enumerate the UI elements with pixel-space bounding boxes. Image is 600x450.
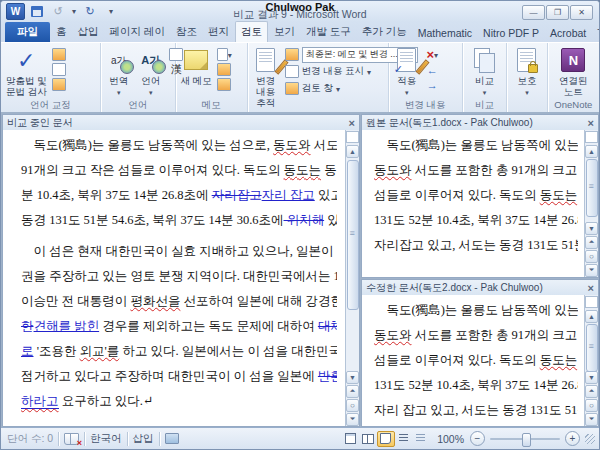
translate-icon [106, 47, 132, 73]
revised-pane-body[interactable]: 독도(獨島)는 울릉도 남동쪽에 있는 섬으로,동도와 서도를 포함한 총 91… [362, 295, 584, 426]
fullscreen-reading-view-button[interactable] [360, 432, 376, 446]
original-pane-header: 원본 문서(독도1.docx - Pak Chulwoo) [362, 115, 598, 131]
linked-notes-button[interactable]: N 연결된 노트 [556, 46, 591, 98]
delete-comment-button[interactable] [217, 48, 232, 61]
web-layout-view-button[interactable] [377, 431, 395, 447]
next-change-button[interactable] [425, 78, 440, 91]
status-right: 100% − + [342, 431, 599, 447]
deleted-text: 대체적으로 [318, 319, 337, 333]
scroll-up-button[interactable] [346, 145, 359, 158]
close-icon[interactable] [588, 117, 594, 129]
zoom-out-button[interactable]: − [470, 431, 485, 446]
word-window: W Chulwoo Pak 비교 결과 9 - Microsoft Word —… [0, 0, 600, 450]
previous-comment-icon [217, 63, 231, 76]
ribbon-tab-row: 파일홈삽입페이지 레이참조편지검토보기개발 도구추가 기능MathematicN… [1, 22, 599, 42]
tab-참조[interactable]: 참조 [171, 22, 202, 42]
outline-view-button[interactable] [396, 432, 412, 446]
word-count[interactable]: 단어 수: 0 [7, 432, 53, 446]
tab-삽입[interactable]: 삽입 [73, 22, 104, 42]
tab-파일[interactable]: 파일 [5, 22, 50, 42]
paragraph: 독도(獨島)는 울릉도 남동쪽에 있는 섬으로, 동도와 서도를 포함한 총91… [21, 133, 337, 233]
macro-record-icon[interactable] [165, 433, 179, 444]
zoom-slider-track[interactable] [490, 438, 560, 440]
restore-button[interactable]: ❐ [546, 5, 569, 20]
scroll-thumb[interactable] [347, 160, 359, 310]
previous-page-button[interactable] [585, 385, 598, 398]
compared-pane-body[interactable]: 독도(獨島)는 울릉도 남동쪽에 있는 섬으로, 동도와 서도를 포함한 총91… [3, 130, 345, 426]
doc-line: 91개의 크고 작은 섬들로 이루어져 있다. 독도의 동도는 동경 131도 … [21, 158, 337, 183]
close-button[interactable]: ✕ [570, 5, 593, 20]
spellcheck-status-icon[interactable] [64, 433, 79, 445]
track-changes-button[interactable]: 변경 내용 추적 ▾ [250, 46, 282, 121]
globe-icon [152, 60, 166, 74]
next-page-button[interactable] [585, 264, 598, 277]
language-status[interactable]: 한국어 [90, 432, 122, 446]
title-bar: W Chulwoo Pak 비교 결과 9 - Microsoft Word —… [1, 1, 599, 22]
next-page-button[interactable] [585, 413, 598, 426]
doc-line: 동경 131도 51분 54.6초, 북위 37도 14분 30.6초에 위치해… [21, 208, 337, 233]
select-browse-object-button[interactable] [585, 250, 598, 263]
select-browse-object-button[interactable] [346, 399, 359, 412]
thesaurus-button[interactable] [52, 63, 67, 76]
accept-button[interactable]: 적용 ▾ [391, 46, 423, 99]
zoom-level[interactable]: 100% [437, 433, 464, 445]
previous-comment-button[interactable] [217, 63, 232, 76]
tab-Nitro PDF P[interactable]: Nitro PDF P [478, 24, 544, 42]
compare-button[interactable]: 비교 ▾ [468, 46, 500, 99]
spelling-grammar-button[interactable]: 맞춤법 및 문법 검사 [3, 46, 50, 98]
scroll-down-button[interactable] [585, 371, 598, 384]
draft-icon [416, 434, 425, 443]
insert-mode-status[interactable]: 삽입 [133, 432, 154, 446]
doc-line: 섬들로 이루어져 있다. 독도의 동도는 동경 [374, 183, 578, 208]
print-layout-view-button[interactable] [343, 432, 359, 446]
scroll-thumb[interactable] [586, 324, 598, 372]
tab-추가 기능[interactable]: 추가 기능 [357, 22, 412, 42]
new-comment-button[interactable]: 새 메모 [178, 46, 215, 87]
ruler-toggle-icon[interactable] [346, 131, 359, 143]
scroll-up-button[interactable] [585, 310, 598, 323]
text-run: 동경 131도 52 [321, 163, 337, 177]
tab-보기[interactable]: 보기 [269, 22, 300, 42]
original-pane-body[interactable]: 독도(獨島)는 울릉도 남동쪽에 있는 섬으로,동도와 서도를 포함한 총 91… [362, 130, 584, 277]
close-icon[interactable] [588, 282, 594, 294]
previous-page-button[interactable] [346, 385, 359, 398]
scroll-down-button[interactable] [585, 222, 598, 235]
scroll-up-button[interactable] [585, 145, 598, 158]
previous-page-button[interactable] [585, 236, 598, 249]
text-run: 동경 131도 51분 54.6초, 북위 37도 14분 30.6초에 [21, 213, 284, 227]
zoom-in-button[interactable]: + [565, 431, 580, 446]
text-run: 서도를 포함한 총 [311, 138, 337, 152]
tab-개발 도구[interactable]: 개발 도구 [301, 22, 356, 42]
scroll-thumb[interactable] [586, 159, 598, 217]
tab-페이지 레이[interactable]: 페이지 레이 [105, 22, 170, 42]
tab-Acrobat[interactable]: Acrobat [545, 24, 591, 42]
scroll-track[interactable] [585, 158, 598, 221]
tab-홈[interactable]: 홈 [51, 22, 72, 42]
scroll-down-button[interactable] [346, 371, 359, 384]
translate-button[interactable]: 번역 ▾ [103, 46, 135, 99]
zoom-slider-thumb[interactable] [522, 433, 531, 447]
paragraph: 독도(獨島)는 울릉도 남동쪽에 있는 섬으로,동도와 서도를 포함한 총 91… [374, 133, 578, 258]
next-comment-button[interactable] [217, 78, 232, 91]
reject-button[interactable] [425, 48, 440, 61]
select-browse-object-button[interactable] [585, 399, 598, 412]
close-icon[interactable] [349, 117, 355, 129]
group-changes: 적용 ▾ 변경 내용 [389, 43, 463, 112]
text-run: 선포하여 일본에 대해 강경한 [180, 294, 337, 308]
protect-button[interactable]: 보호 ▾ [511, 46, 543, 99]
scroll-track[interactable] [585, 323, 598, 370]
resize-grip[interactable] [585, 434, 595, 444]
minimize-button[interactable]: — [522, 5, 545, 20]
research-button[interactable] [52, 48, 67, 61]
scroll-track[interactable] [346, 158, 359, 370]
tab-편지[interactable]: 편지 [203, 22, 234, 42]
tab-TextAloud[interactable]: TextAloud [592, 24, 600, 42]
draft-view-button[interactable] [413, 432, 429, 446]
ruler-toggle-icon[interactable] [585, 131, 598, 143]
next-page-button[interactable] [346, 413, 359, 426]
ruler-toggle-icon[interactable] [585, 296, 598, 308]
language-button[interactable]: 언어 ▾ [135, 46, 167, 99]
tab-Mathematic[interactable]: Mathematic [413, 24, 477, 42]
tab-검토[interactable]: 검토 [235, 21, 268, 42]
word-count-button[interactable] [52, 78, 67, 91]
